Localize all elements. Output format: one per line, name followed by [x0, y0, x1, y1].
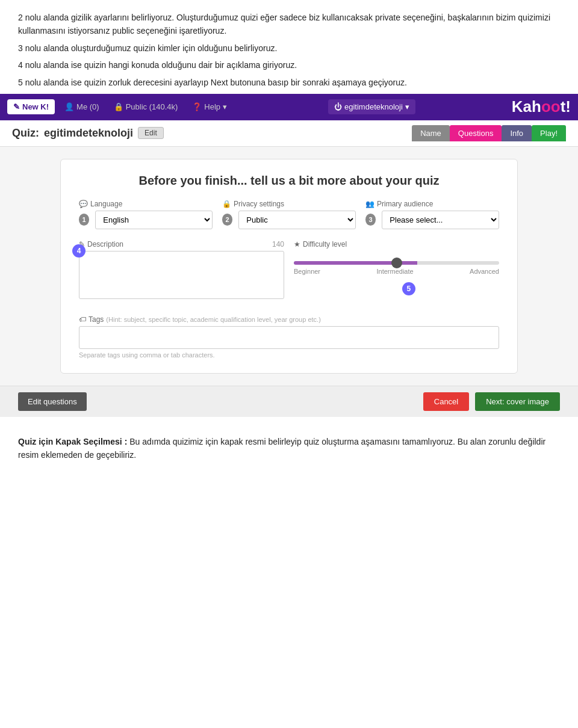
new-k-label: New K!: [22, 102, 49, 111]
new-k-button[interactable]: ✎ New K!: [7, 99, 55, 114]
edit-questions-button[interactable]: Edit questions: [18, 392, 87, 411]
language-label: 💬 Language: [79, 200, 213, 208]
chevron-down-icon: ▾: [223, 102, 227, 111]
user-dropdown[interactable]: ⏻ egitimdeteknoloji ▾: [328, 99, 415, 114]
bottom-bar: Edit questions Cancel Next: cover image: [0, 386, 578, 417]
navbar: ✎ New K! 👤 Me (0) 🔒 Public (140.4k) ❓ He…: [0, 94, 578, 120]
beginner-label: Beginner: [294, 268, 320, 275]
tab-name[interactable]: Name: [412, 125, 450, 141]
quiz-prefix: Quiz:: [12, 127, 39, 140]
help-nav-item[interactable]: ❓ Help ▾: [187, 102, 232, 111]
lock-icon: 🔒: [114, 102, 123, 111]
pencil-icon: ✎: [13, 102, 20, 111]
speech-icon: 💬: [79, 200, 88, 208]
tags-section: 🏷 Tags (Hint: subject, specific topic, a…: [79, 315, 499, 359]
privacy-label: 🔒 Privacy settings: [222, 200, 356, 208]
tags-separate-hint: Separate tags using comma or tab charact…: [79, 351, 499, 359]
para3: 4 nolu alanda ise quizin hangi konuda ol…: [18, 58, 560, 72]
difficulty-col: ★ Difficulty level Beginner Intermediate…: [294, 240, 499, 279]
footer-text: Quiz için Kapak Seçilmesi : Bu adımda qu…: [0, 417, 578, 474]
quiz-edit-button[interactable]: Edit: [138, 127, 164, 139]
num-badge-2: 2: [222, 214, 232, 226]
article-intro: 2 nolu alanda gizilik ayarlarını belirli…: [0, 0, 578, 94]
tags-hint: (Hint: subject, specific topic, academic…: [106, 316, 320, 323]
me-nav-item[interactable]: 👤 Me (0): [60, 102, 104, 111]
people-icon: 👥: [365, 200, 374, 208]
footer-bold: Quiz için Kapak Seçilmesi :: [18, 437, 127, 446]
num-badge-1: 1: [79, 214, 89, 226]
footer-para: Quiz için Kapak Seçilmesi : Bu adımda qu…: [18, 435, 560, 462]
me-label: Me (0): [76, 102, 99, 111]
main-content: Before you finish... tell us a bit more …: [0, 147, 578, 386]
num-badge-3: 3: [365, 214, 376, 226]
privacy-col: 🔒 Privacy settings 2 Public Private: [222, 200, 356, 229]
tab-questions[interactable]: Questions: [450, 125, 502, 141]
num-badge-5: 5: [402, 282, 415, 295]
tab-play[interactable]: Play!: [532, 125, 566, 141]
public-nav-item[interactable]: 🔒 Public (140.4k): [109, 102, 183, 111]
language-select[interactable]: English Turkish: [95, 211, 213, 229]
chevron-down-icon: ▾: [405, 102, 409, 111]
difficulty-slider-container: Beginner Intermediate Advanced 5: [294, 253, 499, 279]
lock-icon: 🔒: [222, 200, 231, 208]
kahoot-logo: Kahoot!: [512, 97, 571, 116]
cancel-button[interactable]: Cancel: [423, 392, 469, 411]
quiz-tabs: Name Questions Info Play!: [412, 125, 566, 141]
description-col: ✎ Description 140 4: [79, 240, 284, 301]
difficulty-scale-labels: Beginner Intermediate Advanced: [294, 268, 499, 275]
para4: 5 nolu alanda ise quizin zorluk derecesi…: [18, 76, 560, 89]
char-count: 140: [272, 240, 284, 248]
description-label: ✎ Description: [79, 240, 123, 248]
finish-title: Before you finish... tell us a bit more …: [79, 174, 499, 188]
quiz-title-left: Quiz: egitimdeteknoloji Edit: [12, 127, 164, 140]
desc-header: ✎ Description 140: [79, 240, 284, 248]
help-label: Help: [204, 102, 220, 111]
num-badge-4: 4: [72, 244, 85, 258]
intermediate-label: Intermediate: [376, 268, 413, 275]
public-label: Public (140.4k): [126, 102, 178, 111]
advanced-label: Advanced: [470, 268, 499, 275]
para2: 3 nolu alanda oluşturduğumuz quizin kiml…: [18, 42, 560, 55]
tag-icon: 🏷: [79, 315, 86, 324]
audience-label: 👥 Primary audience: [365, 200, 499, 208]
settings-row: 💬 Language 1 English Turkish 🔒 Privacy s…: [79, 200, 499, 229]
finish-card: Before you finish... tell us a bit more …: [60, 159, 518, 374]
difficulty-label: ★ Difficulty level: [294, 240, 499, 248]
para1: 2 nolu alanda gizilik ayarlarını belirli…: [18, 11, 560, 38]
desc-diff-row: ✎ Description 140 4 ★ Difficulty level: [79, 240, 499, 301]
difficulty-slider[interactable]: [294, 261, 499, 265]
quiz-title-bar: Quiz: egitimdeteknoloji Edit Name Questi…: [0, 120, 578, 147]
bottom-right-buttons: Cancel Next: cover image: [423, 392, 560, 411]
privacy-select[interactable]: Public Private: [238, 211, 356, 229]
power-icon: ⏻: [334, 102, 342, 111]
language-col: 💬 Language 1 English Turkish: [79, 200, 213, 229]
audience-col: 👥 Primary audience 3 Please select...: [365, 200, 499, 229]
next-button[interactable]: Next: cover image: [475, 392, 560, 411]
tags-label: 🏷 Tags (Hint: subject, specific topic, a…: [79, 315, 499, 324]
question-icon: ❓: [192, 102, 202, 111]
tab-info[interactable]: Info: [502, 125, 532, 141]
description-textarea[interactable]: [79, 251, 284, 299]
star-icon: ★: [294, 240, 300, 248]
quiz-name: egitimdeteknoloji: [44, 127, 133, 140]
tags-input[interactable]: [79, 326, 499, 349]
person-icon: 👤: [64, 102, 74, 111]
user-label: egitimdeteknoloji: [344, 102, 403, 111]
audience-select[interactable]: Please select...: [382, 211, 499, 229]
